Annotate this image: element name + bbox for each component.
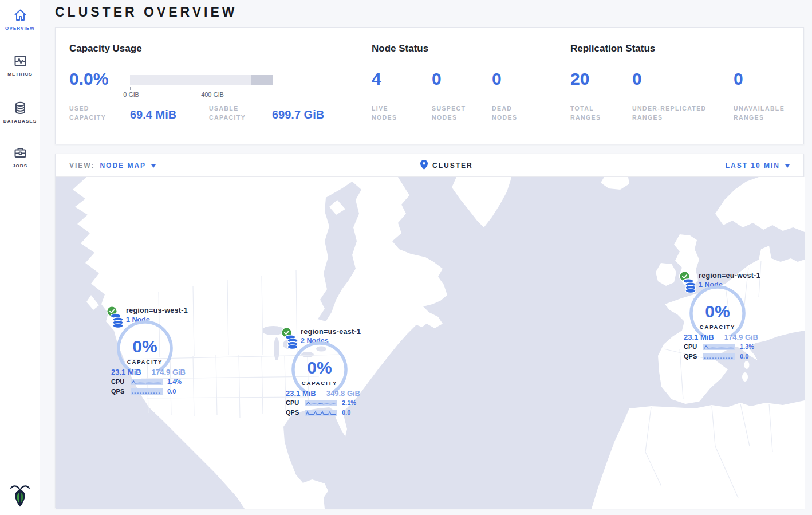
database-icon bbox=[0, 100, 40, 116]
sidebar-item-label: JOBS bbox=[0, 163, 40, 168]
cpu-label: CPU bbox=[684, 343, 700, 350]
location-pin-icon bbox=[420, 160, 428, 172]
view-value: NODE MAP bbox=[100, 162, 146, 170]
capacity-tick bbox=[171, 87, 171, 90]
view-label: VIEW: bbox=[69, 162, 94, 170]
capacity-label: CAPACITY bbox=[290, 380, 349, 386]
capacity-tick-label-400: 400 GiB bbox=[201, 91, 224, 98]
sidebar-item-metrics[interactable]: METRICS bbox=[0, 53, 40, 77]
breadcrumb-label: CLUSTER bbox=[432, 162, 473, 170]
usable-capacity-value: 699.7 GiB bbox=[272, 108, 324, 121]
map-toolbar: VIEW: NODE MAP CLUSTER LAST 10 MIN bbox=[56, 154, 803, 177]
capacity-label: CAPACITY bbox=[115, 359, 175, 365]
capacity-percent: 0% bbox=[290, 358, 349, 378]
node-status-title: Node Status bbox=[372, 43, 428, 54]
time-range-value: LAST 10 MIN bbox=[726, 162, 780, 170]
capacity-used: 23.1 MiB bbox=[286, 389, 316, 398]
cpu-sparkline bbox=[131, 379, 163, 385]
region-label: region=us-west-1 bbox=[126, 306, 188, 314]
chevron-down-icon bbox=[151, 164, 156, 168]
qps-sparkline bbox=[703, 353, 735, 360]
suspect-nodes-value: 0 bbox=[432, 69, 442, 89]
briefcase-icon bbox=[0, 145, 40, 160]
region-label: region=eu-west-1 bbox=[699, 272, 760, 280]
home-icon bbox=[0, 7, 40, 23]
region-marker-us-west-1[interactable]: region=us-west-1 1 Node 0% CAPACITY 23.1… bbox=[104, 300, 190, 399]
capacity-percent: 0% bbox=[115, 337, 175, 356]
capacity-bar-nonusable-segment bbox=[251, 75, 273, 85]
capacity-used-percent: 0.0% bbox=[69, 69, 108, 89]
qps-sparkline bbox=[131, 388, 163, 395]
capacity-tick bbox=[130, 87, 131, 90]
live-nodes-label: LIVE NODES bbox=[372, 104, 412, 123]
used-capacity-value: 69.4 MiB bbox=[130, 108, 176, 121]
region-marker-eu-west-1[interactable]: region=eu-west-1 1 Node 0% CAPACITY 23.1… bbox=[677, 265, 763, 364]
capacity-bar bbox=[130, 75, 273, 85]
breadcrumb-cluster[interactable]: CLUSTER bbox=[420, 154, 473, 177]
page-title: CLUSTER OVERVIEW bbox=[55, 5, 238, 20]
capacity-total: 174.9 GiB bbox=[152, 368, 186, 376]
qps-label: QPS bbox=[286, 409, 302, 416]
cpu-sparkline bbox=[305, 400, 337, 406]
view-selector[interactable]: VIEW: NODE MAP bbox=[69, 154, 156, 177]
sidebar-item-label: METRICS bbox=[0, 72, 40, 77]
qps-label: QPS bbox=[111, 388, 127, 395]
unavailable-ranges-label: UNAVAILABLE RANGES bbox=[734, 104, 797, 123]
chevron-down-icon bbox=[785, 164, 790, 168]
region-label: region=us-east-1 bbox=[301, 328, 361, 336]
capacity-used: 23.1 MiB bbox=[684, 333, 714, 341]
time-range-selector[interactable]: LAST 10 MIN bbox=[726, 154, 790, 177]
capacity-used: 23.1 MiB bbox=[111, 368, 141, 376]
qps-label: QPS bbox=[684, 353, 700, 360]
cockroachdb-logo[interactable] bbox=[10, 483, 30, 509]
main-content: CLUSTER OVERVIEW Capacity Usage 0.0% 0 G… bbox=[41, 0, 812, 515]
cpu-label: CPU bbox=[286, 399, 302, 406]
cpu-label: CPU bbox=[111, 378, 127, 385]
usable-capacity-label: USABLE CAPACITY bbox=[209, 104, 262, 123]
capacity-tick bbox=[253, 87, 253, 90]
node-map-panel: VIEW: NODE MAP CLUSTER LAST 10 MIN bbox=[55, 154, 804, 508]
node-map: region=us-west-1 1 Node 0% CAPACITY 23.1… bbox=[56, 177, 805, 509]
sidebar: OVERVIEW METRICS DATABASES bbox=[0, 0, 40, 515]
live-nodes-value: 4 bbox=[372, 69, 381, 89]
capacity-total: 174.9 GiB bbox=[724, 333, 758, 341]
capacity-usage-title: Capacity Usage bbox=[69, 43, 142, 54]
total-ranges-label: TOTAL RANGES bbox=[570, 104, 610, 123]
qps-value: 0.0 bbox=[342, 409, 350, 416]
sidebar-item-databases[interactable]: DATABASES bbox=[0, 100, 40, 124]
qps-sparkline bbox=[305, 410, 337, 416]
qps-value: 0.0 bbox=[740, 353, 748, 360]
sidebar-item-label: OVERVIEW bbox=[0, 26, 40, 31]
under-replicated-ranges-label: UNDER-REPLICATED RANGES bbox=[632, 104, 724, 123]
capacity-percent: 0% bbox=[688, 302, 747, 321]
cpu-sparkline bbox=[703, 344, 735, 350]
qps-value: 0.0 bbox=[167, 388, 176, 395]
total-ranges-value: 20 bbox=[570, 69, 589, 89]
capacity-total: 349.8 GiB bbox=[326, 389, 360, 398]
sidebar-item-jobs[interactable]: JOBS bbox=[0, 145, 40, 168]
capacity-label: CAPACITY bbox=[688, 324, 747, 330]
capacity-tick bbox=[212, 87, 212, 90]
sidebar-item-label: DATABASES bbox=[0, 119, 40, 124]
cpu-value: 2.1% bbox=[342, 399, 356, 406]
dead-nodes-label: DEAD NODES bbox=[492, 104, 532, 123]
replication-status-title: Replication Status bbox=[570, 43, 655, 54]
used-capacity-label: USED CAPACITY bbox=[69, 104, 116, 123]
dead-nodes-value: 0 bbox=[492, 69, 502, 89]
sidebar-item-overview[interactable]: OVERVIEW bbox=[0, 7, 40, 31]
under-replicated-ranges-value: 0 bbox=[632, 69, 642, 89]
cpu-value: 1.4% bbox=[167, 378, 182, 385]
unavailable-ranges-value: 0 bbox=[734, 69, 743, 89]
cluster-summary-panel: Capacity Usage 0.0% 0 GiB 400 GiB USED C… bbox=[55, 27, 804, 144]
capacity-tick-label-0: 0 GiB bbox=[123, 91, 139, 98]
cpu-value: 1.3% bbox=[740, 343, 754, 350]
region-marker-us-east-1[interactable]: region=us-east-1 2 Nodes 0% CAPACITY 23.… bbox=[279, 321, 365, 420]
suspect-nodes-label: SUSPECT NODES bbox=[432, 104, 475, 123]
metrics-chart-icon bbox=[0, 53, 40, 69]
